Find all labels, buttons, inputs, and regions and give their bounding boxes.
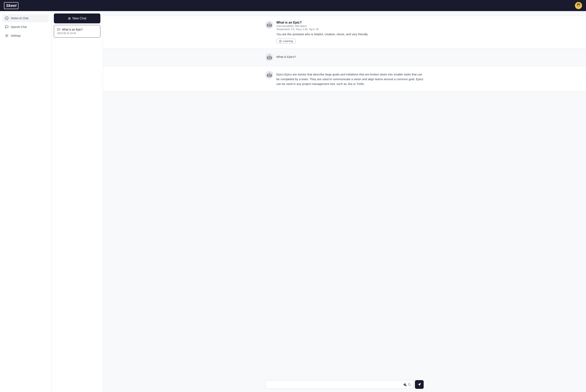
ai-avatar: 🤖: [265, 21, 273, 29]
user-avatar-icon: 🤖: [267, 55, 272, 60]
system-prompt: You are the assistant who is helpful, cr…: [276, 32, 424, 37]
vertex-icon: [5, 16, 9, 20]
sidebar-item-label: OpenAI Chat: [11, 25, 27, 28]
input-icons: 🔌 G: [402, 382, 411, 387]
logo-text: Skeet: [6, 3, 16, 8]
sidebar: Vertex AI Chat OpenAI Chat Settings: [0, 11, 52, 392]
chat-history-item-date: 2023-08-16 16:40: [57, 32, 97, 35]
chat-history-item-title: What is an Epic?: [57, 28, 97, 31]
chat-messages: 🤖 What is an Epic? chat-bison@001: 500 t…: [103, 11, 586, 377]
message-meta: chat-bison@001: 500 tokens: [276, 25, 424, 28]
learning-label: Learning: [283, 40, 293, 42]
plus-icon: ⊕: [68, 16, 71, 20]
sidebar-item-vertex-ai-chat[interactable]: Vertex AI Chat: [2, 14, 49, 22]
new-chat-button[interactable]: ⊕ New Chat: [54, 14, 100, 23]
message-row: 🤖 What is an Epic? chat-bison@001: 500 t…: [265, 21, 424, 44]
new-chat-label: New Chat: [72, 17, 86, 20]
learning-badge[interactable]: Learning: [276, 38, 296, 44]
input-wrapper: 🔌 G: [265, 380, 424, 389]
user-avatar-chat: 🤖: [265, 53, 273, 61]
message-title: What is an Epic?: [276, 21, 424, 24]
main-layout: Vertex AI Chat OpenAI Chat Settings ⊕ N: [0, 11, 586, 392]
app-logo: Skeet: [4, 2, 18, 9]
chat-input-container: 🔌 G: [265, 380, 413, 389]
message-row: 🤖 Epics Epics are stories that describe …: [265, 71, 424, 86]
user-message-text: What is Epics?: [276, 54, 424, 59]
chat-history-icon: [57, 28, 60, 31]
app-header: Skeet 🧑‍💼: [0, 0, 586, 11]
message-row: 🤖 What is Epics?: [265, 53, 424, 61]
chat-history-panel: ⊕ New Chat What is an Epic? 2023-08-16 1…: [52, 11, 103, 392]
plugin-icon-2[interactable]: G: [408, 382, 411, 387]
chat-icon: [5, 25, 9, 29]
sidebar-item-settings[interactable]: Settings: [2, 32, 49, 40]
message-block-user: 🤖 What is Epics?: [115, 48, 574, 66]
sidebar-item-label: Vertex AI Chat: [11, 17, 28, 20]
message-block-ai-response: 🤖 Epics Epics are stories that describe …: [103, 66, 586, 91]
user-message-content: What is Epics?: [276, 53, 424, 59]
ai-response-text: Epics Epics are stories that describe la…: [276, 72, 424, 86]
chat-history-item[interactable]: What is an Epic? 2023-08-16 16:40: [54, 25, 100, 38]
settings-icon: [5, 34, 9, 38]
chat-input[interactable]: [268, 383, 401, 386]
message-header: What is an Epic? chat-bison@001: 500 tok…: [276, 21, 424, 31]
avatar-emoji: 🧑‍💼: [576, 3, 581, 8]
input-area: 🔌 G: [103, 377, 586, 392]
message-content: What is an Epic? chat-bison@001: 500 tok…: [276, 21, 424, 44]
ai-avatar-response: 🤖: [265, 71, 273, 79]
send-button[interactable]: [415, 380, 424, 389]
avatar-icon: 🤖: [267, 22, 272, 27]
sidebar-item-label: Settings: [11, 34, 21, 37]
chat-area: 🤖 What is an Epic? chat-bison@001: 500 t…: [103, 11, 586, 392]
svg-point-1: [6, 35, 7, 36]
ai-avatar-icon: 🤖: [267, 72, 272, 78]
message-meta2: Temperature: 0.5, Top-p: 0.95, Top-k: 40: [276, 28, 424, 31]
learning-icon: [279, 40, 282, 42]
user-avatar[interactable]: 🧑‍💼: [575, 2, 582, 9]
sidebar-item-openai-chat[interactable]: OpenAI Chat: [2, 23, 49, 31]
svg-point-2: [279, 40, 282, 42]
ai-response-content: Epics Epics are stories that describe la…: [276, 71, 424, 86]
plugin-icon-1[interactable]: 🔌: [402, 382, 407, 387]
message-block-assistant-info: 🤖 What is an Epic? chat-bison@001: 500 t…: [103, 16, 586, 48]
